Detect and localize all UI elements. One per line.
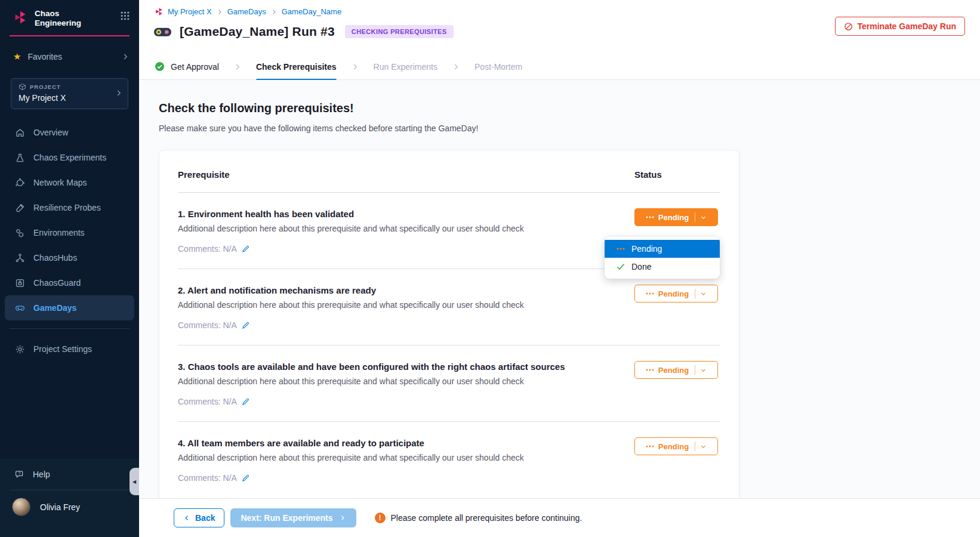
step-get-approval[interactable]: Get Approval [155, 54, 219, 80]
project-name: My Project X [19, 93, 122, 103]
chevron-right-icon [351, 63, 359, 71]
edit-pencil-icon[interactable] [242, 245, 250, 253]
edit-pencil-icon[interactable] [242, 474, 250, 482]
chaos-engineering-logo-icon [13, 10, 27, 24]
chaos-engineering-app: Chaos Engineering Favorites PROJECT My P… [0, 0, 980, 537]
environments-icon [15, 228, 25, 238]
sidebar-item-gamedays[interactable]: GameDays [5, 295, 134, 320]
ban-icon [844, 22, 853, 31]
prerequisite-description: Additional description here about this p… [178, 223, 622, 234]
module-switcher-icon[interactable] [121, 11, 130, 20]
content-area: Check the following prerequisites! Pleas… [139, 80, 980, 498]
next-label: Next: Run Experiments [241, 513, 332, 523]
step-label: Check Prerequisites [256, 62, 337, 72]
edit-pencil-icon[interactable] [242, 397, 250, 406]
hub-graph-icon [15, 253, 25, 263]
sidebar-item-network-maps[interactable]: Network Maps [0, 170, 139, 195]
status-option-done[interactable]: Done [605, 258, 720, 276]
help-item[interactable]: ? Help [0, 459, 139, 490]
button-divider [695, 289, 695, 298]
edit-pencil-icon[interactable] [242, 321, 250, 329]
button-divider [695, 365, 695, 375]
chevron-down-icon [700, 367, 707, 374]
back-button[interactable]: Back [174, 508, 224, 527]
sidebar-divider [10, 328, 130, 329]
step-check-prerequisites[interactable]: Check Prerequisites [256, 54, 337, 80]
user-profile[interactable]: Olivia Frey [0, 490, 139, 516]
sidebar-collapse-handle[interactable]: ◀ [130, 468, 139, 495]
comments-label: Comments: N/A [178, 473, 237, 483]
sidebar-item-resilience-probes[interactable]: Resilience Probes [0, 195, 139, 220]
favorites-item[interactable]: Favorites [13, 51, 130, 62]
breadcrumb-gamedays-link[interactable]: GameDays [227, 7, 266, 16]
status-dropdown-button[interactable]: Pending [634, 361, 718, 379]
chevron-left-icon [183, 514, 190, 521]
chevron-down-icon [700, 291, 707, 297]
main-area: My Project X GameDays GameDay_Name [Game… [139, 0, 980, 537]
status-label: Pending [658, 366, 689, 375]
back-label: Back [195, 513, 215, 523]
prerequisite-description: Additional description here about this p… [178, 452, 622, 463]
comments-label: Comments: N/A [178, 397, 237, 406]
sidebar-item-label: ChaosHubs [33, 253, 77, 263]
comments-label: Comments: N/A [178, 244, 237, 254]
step-run-experiments[interactable]: Run Experiments [374, 54, 437, 80]
run-status-badge: CHECKING PREREQUISITES [345, 25, 454, 38]
run-stepper: Get Approval Check Prerequisites Run Exp… [139, 54, 980, 80]
breadcrumb-project-link[interactable]: My Project X [168, 7, 212, 16]
sidebar-item-label: Chaos Experiments [33, 153, 106, 162]
column-header-status: Status [634, 169, 720, 180]
sidebar-item-environments[interactable]: Environments [0, 220, 139, 245]
terminate-label: Terminate GameDay Run [858, 21, 956, 31]
sidebar-item-chaoshubs[interactable]: ChaosHubs [0, 245, 139, 270]
chevron-right-icon [270, 8, 278, 16]
cube-icon [19, 83, 26, 91]
prerequisites-card: Prerequisite Status 1. Environment healt… [159, 150, 739, 498]
svg-text:?: ? [18, 471, 20, 476]
step-label: Run Experiments [374, 62, 437, 72]
help-label: Help [33, 470, 50, 479]
status-dropdown-button[interactable]: Pending [634, 437, 718, 455]
breadcrumb-gameday-name-link[interactable]: GameDay_Name [282, 7, 341, 16]
footer-warning: Please complete all prerequisites before… [375, 513, 583, 523]
page-title-row: [GameDay_Name] Run #3 CHECKING PREREQUIS… [153, 24, 454, 39]
pending-dots-icon [646, 445, 654, 448]
prerequisite-title: 4. All team members are available and re… [178, 437, 622, 449]
status-dropdown-button[interactable]: Pending [634, 285, 718, 303]
sidebar-item-overview[interactable]: Overview [0, 120, 139, 145]
chevron-right-icon [115, 89, 123, 97]
user-avatar [12, 498, 30, 516]
gamepad-icon [15, 303, 25, 313]
sidebar-item-chaos-experiments[interactable]: Chaos Experiments [0, 145, 139, 170]
breadcrumb: My Project X GameDays GameDay_Name [155, 7, 341, 16]
project-selector[interactable]: PROJECT My Project X [11, 78, 128, 109]
flask-icon [15, 153, 25, 163]
pending-dots-icon [646, 369, 654, 371]
pending-dots-icon [646, 292, 654, 295]
status-option-pending[interactable]: Pending [605, 240, 720, 258]
prerequisite-row-2: 2. Alert and notification mechanisms are… [178, 269, 720, 345]
status-dropdown-button[interactable]: Pending [634, 208, 718, 226]
sidebar-item-project-settings[interactable]: Project Settings [0, 337, 139, 362]
page-title: [GameDay_Name] Run #3 [180, 24, 335, 39]
terminate-gameday-run-button[interactable]: Terminate GameDay Run [835, 17, 965, 36]
chevron-right-icon [233, 63, 242, 71]
step-post-mortem[interactable]: Post-Mortem [474, 54, 522, 80]
sidebar-item-chaosguard[interactable]: ChaosGuard [0, 270, 139, 295]
probe-icon [15, 203, 25, 213]
prerequisite-title: 1. Environment health has been validated [178, 208, 622, 220]
sidebar-item-label: Project Settings [33, 344, 92, 354]
sidebar-header: Chaos Engineering [0, 0, 139, 27]
next-run-experiments-button[interactable]: Next: Run Experiments [230, 508, 356, 527]
chevron-right-icon [339, 514, 346, 521]
prerequisite-title: 3. Chaos tools are available and have be… [178, 361, 622, 372]
prerequisite-title: 2. Alert and notification mechanisms are… [178, 285, 622, 296]
home-icon [15, 128, 25, 138]
prerequisite-description: Additional description here about this p… [178, 376, 622, 387]
column-header-prerequisite: Prerequisite [178, 169, 634, 180]
sidebar-item-label: Environments [33, 228, 85, 237]
app-title: Chaos Engineering [35, 9, 93, 27]
step-label: Post-Mortem [474, 62, 522, 72]
module-mini-logo-icon [155, 7, 164, 16]
sidebar-item-label: Overview [33, 128, 68, 137]
